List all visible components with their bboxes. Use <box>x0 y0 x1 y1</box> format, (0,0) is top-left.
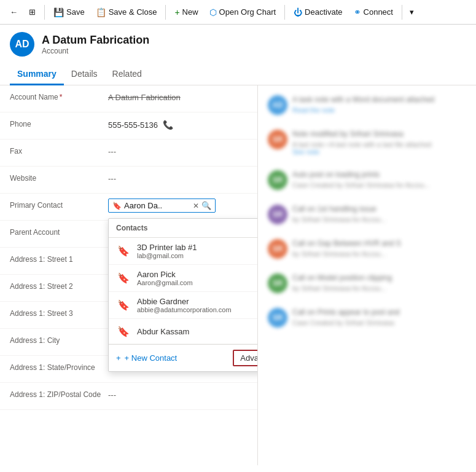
timeline-item: SR Call on Prints appear to pool and Cas… <box>263 303 471 332</box>
tab-bar: Summary Details Related <box>0 64 476 85</box>
lookup-selected-value: Aaron Da.. <box>124 201 190 210</box>
contact-item[interactable]: 🔖 Abdur Kassam ∨ <box>109 319 258 344</box>
save-button[interactable]: 💾 Save <box>49 5 90 20</box>
timeline-avatar: SR <box>268 273 287 293</box>
timeline-content: Call on Gap Between HVR and S by Srihari… <box>292 239 466 259</box>
contacts-list: 🔖 3D Printer lab #1 lab@gmail.com ∨ 🔖 <box>109 238 258 344</box>
contact-item[interactable]: 🔖 3D Printer lab #1 lab@gmail.com ∨ <box>109 238 258 265</box>
contact-name: Abdur Kassam <box>137 327 258 336</box>
label-address-state: Address 1: State/Province <box>10 361 108 372</box>
contact-email: abbie@adatumcorporation.com <box>137 306 258 313</box>
value-address-zip: --- <box>108 388 248 399</box>
record-title: A Datum Fabrication <box>42 34 149 47</box>
tab-details[interactable]: Details <box>64 64 105 85</box>
back-button[interactable]: ← <box>5 5 23 19</box>
timeline-content: Note modified by Srihari Srinivasa A las… <box>292 130 466 155</box>
contact-name: Aaron Pick <box>137 270 258 279</box>
more-button[interactable]: ▾ <box>406 5 418 19</box>
label-parent-account: Parent Account <box>10 226 108 237</box>
connect-button[interactable]: ⚭ Connect <box>349 5 398 20</box>
label-address-street-1: Address 1: Street 1 <box>10 253 108 264</box>
contact-info: 3D Printer lab #1 lab@gmail.com <box>137 243 258 259</box>
lookup-search-button[interactable]: 🔍 <box>201 201 211 210</box>
back-icon: ← <box>10 7 18 17</box>
new-contact-label: + New Contact <box>125 353 178 363</box>
label-phone: Phone <box>10 117 108 128</box>
label-address-street-2: Address 1: Street 2 <box>10 280 108 291</box>
record-subtitle: Account <box>42 47 149 55</box>
lookup-container: 🔖 Aaron Da.. ✕ 🔍 Contacts Recent records… <box>108 199 216 213</box>
contact-icon: 🔖 <box>116 324 131 339</box>
save-close-label: Save & Close <box>109 7 157 17</box>
contacts-label: Contacts <box>116 224 147 232</box>
value-account-name: A Datum Fabrication <box>108 90 248 102</box>
chevron-down-icon: ▾ <box>410 7 414 17</box>
timeline-line5: Call on Gap Between HVR and S <box>292 239 466 248</box>
layout-button[interactable]: ⊞ <box>24 5 41 19</box>
value-fax: --- <box>108 144 248 156</box>
save-label: Save <box>66 7 85 17</box>
record-header: AD A Datum Fabrication Account <box>0 25 476 64</box>
field-account-name: Account Name* A Datum Fabrication <box>0 85 257 112</box>
field-address-zip: Address 1: ZIP/Postal Code --- <box>0 383 257 410</box>
timeline-item: SR Auto post on loading prints Case Crea… <box>263 165 471 195</box>
contact-name: 3D Printer lab #1 <box>137 243 258 252</box>
separator-3 <box>284 5 285 20</box>
field-primary-contact: Primary Contact 🔖 Aaron Da.. ✕ 🔍 Contact… <box>0 194 257 221</box>
timeline-item: AD A task note with a Word document atta… <box>263 90 471 120</box>
new-icon: + <box>174 7 179 17</box>
contact-icon: 🔖 <box>116 298 131 313</box>
contact-item[interactable]: 🔖 Aaron Pick Aaron@gmail.com ∨ <box>109 265 258 292</box>
tab-summary[interactable]: Summary <box>10 64 64 85</box>
timeline-content: A task note with a Word document attache… <box>292 95 466 115</box>
contact-icon: 🔖 <box>116 271 131 286</box>
label-address-street-3: Address 1: Street 3 <box>10 307 108 318</box>
timeline-line4: Call on 1st handling issue <box>292 205 466 213</box>
contact-info: Abdur Kassam <box>137 327 258 336</box>
contact-info: Aaron Pick Aaron@gmail.com <box>137 270 258 286</box>
separator-4 <box>402 5 402 20</box>
contact-item[interactable]: 🔖 Abbie Gardner abbie@adatumcorporation.… <box>109 292 258 319</box>
dropdown-footer: + + New Contact Advanced lookup <box>109 344 258 371</box>
lookup-dropdown: Contacts Recent records 🔖 3D Printer lab… <box>108 218 258 372</box>
timeline-line6: Call on Model position clipping <box>292 273 466 282</box>
timeline-panel: AD A task note with a Word document atta… <box>258 85 476 465</box>
label-account-name: Account Name* <box>10 90 108 101</box>
timeline-link2: See note <box>292 148 466 155</box>
new-contact-button[interactable]: + + New Contact <box>116 353 177 363</box>
field-phone: Phone 555-555-5136 📞 <box>0 112 257 140</box>
field-website: Website --- <box>0 167 257 194</box>
form-panel: Account Name* A Datum Fabrication Phone … <box>0 85 258 465</box>
timeline-avatar: SR <box>268 170 287 190</box>
contact-icon: 🔖 <box>116 244 131 259</box>
deactivate-icon: ⏻ <box>294 7 302 17</box>
lookup-clear-button[interactable]: ✕ <box>193 202 199 210</box>
timeline-avatar: SR <box>268 308 287 328</box>
org-chart-button[interactable]: ⬡ Open Org Chart <box>205 5 281 20</box>
contact-email: Aaron@gmail.com <box>137 279 258 286</box>
deactivate-button[interactable]: ⏻ Deactivate <box>289 5 347 20</box>
timeline-content: Call on Prints appear to pool and Case C… <box>292 308 466 328</box>
label-fax: Fax <box>10 144 108 155</box>
timeline-content: Auto post on loading prints Case Created… <box>292 170 466 190</box>
timeline-item: SR Note modified by Srihari Srinivasa A … <box>263 125 471 160</box>
timeline-sub1: Read the note <box>292 106 466 114</box>
timeline-item: SR Call on Model position clipping by Sr… <box>263 269 471 298</box>
lookup-input-box[interactable]: 🔖 Aaron Da.. ✕ 🔍 <box>108 199 216 213</box>
timeline-item: SR Call on 1st handling issue by Srihari… <box>263 200 471 229</box>
contact-info: Abbie Gardner abbie@adatumcorporation.co… <box>137 297 258 313</box>
contact-name: Abbie Gardner <box>137 297 258 306</box>
plus-icon: + <box>116 353 121 363</box>
new-button[interactable]: + New <box>170 5 203 20</box>
value-website: --- <box>108 171 248 183</box>
timeline-line1: A task note with a Word document attache… <box>292 95 466 104</box>
connect-icon: ⚭ <box>354 7 361 17</box>
advanced-lookup-button[interactable]: Advanced lookup <box>233 350 258 366</box>
timeline-avatar: SR <box>268 130 287 149</box>
tab-related[interactable]: Related <box>105 64 149 85</box>
label-primary-contact: Primary Contact <box>10 199 108 210</box>
org-chart-icon: ⬡ <box>209 7 217 17</box>
save-close-button[interactable]: 📋 Save & Close <box>91 5 162 20</box>
label-address-zip: Address 1: ZIP/Postal Code <box>10 388 108 399</box>
phone-icon[interactable]: 📞 <box>163 120 173 130</box>
